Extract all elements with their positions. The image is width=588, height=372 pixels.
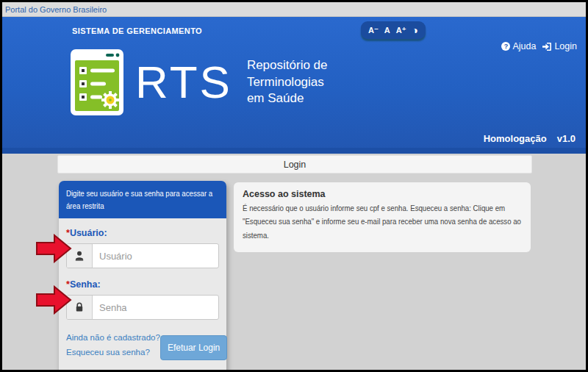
info-panel-body: É necessário que o usuário informe seu c… xyxy=(243,201,522,242)
brand-acronym: RTS xyxy=(135,49,232,115)
contrast-icon[interactable]: ◑ xyxy=(412,25,417,35)
password-input-group xyxy=(66,295,219,320)
portal-gov-link[interactable]: Portal do Governo Brasileiro xyxy=(5,5,107,14)
login-panel-instruction-text: Digite seu usuário e sua senha para aces… xyxy=(66,187,219,212)
password-input[interactable] xyxy=(93,296,218,319)
help-link[interactable]: ? Ajuda xyxy=(501,41,536,51)
tagline-line: Repositório de xyxy=(247,57,328,74)
tagline-line: em Saúde xyxy=(247,90,328,107)
help-icon: ? xyxy=(501,42,510,51)
username-field-block: *Usuário: xyxy=(66,228,219,268)
sign-in-icon xyxy=(542,42,552,51)
header: SISTEMA DE GERENCIAMENTO A⁻ A A⁺ ◑ ? Aju… xyxy=(2,17,586,148)
red-arrow-annotation xyxy=(36,234,72,263)
gov-top-bar: Portal do Governo Brasileiro xyxy=(2,2,586,17)
login-panel-instruction: Digite seu usuário e sua senha para aces… xyxy=(59,181,226,218)
info-panel-title: Acesso ao sistema xyxy=(243,189,522,199)
red-arrow-annotation xyxy=(36,285,72,315)
login-link[interactable]: Login xyxy=(542,41,577,51)
accessibility-toolbar: A⁻ A A⁺ ◑ xyxy=(361,21,426,39)
login-panel: Digite seu usuário e sua senha para aces… xyxy=(59,181,226,370)
login-link-label: Login xyxy=(554,41,577,51)
font-decrease-button[interactable]: A⁻ xyxy=(368,26,379,35)
version-label: v1.0 xyxy=(557,133,576,144)
gear-icon xyxy=(101,91,119,109)
login-links: Ainda não é cadastrado? Esqueceu sua sen… xyxy=(66,333,160,362)
username-input-group xyxy=(66,243,219,268)
brand: RTS Repositório de Terminologias em Saúd… xyxy=(71,49,328,115)
password-field-block: *Senha: xyxy=(66,279,219,320)
font-normal-button[interactable]: A xyxy=(384,26,390,35)
username-label: *Usuário: xyxy=(66,228,219,238)
tagline-line: Terminologias xyxy=(247,74,328,90)
login-panel-body: *Usuário: xyxy=(59,218,226,370)
submit-login-button[interactable]: Efetuar Login xyxy=(160,335,227,360)
system-title: SISTEMA DE GERENCIAMENTO xyxy=(72,26,202,35)
font-increase-button[interactable]: A⁺ xyxy=(396,26,406,35)
brand-tagline: Repositório de Terminologias em Saúde xyxy=(247,57,328,107)
password-label: *Senha: xyxy=(66,279,219,290)
environment-name: Homologação xyxy=(484,133,547,144)
forgot-password-link[interactable]: Esqueceu sua senha? xyxy=(66,348,160,357)
app-window: Portal do Governo Brasileiro SISTEMA DE … xyxy=(2,2,586,370)
login-panel-footer: Ainda não é cadastrado? Esqueceu sua sen… xyxy=(66,333,219,362)
environment-label: Homologação v1.0 xyxy=(484,133,576,144)
header-bottom-strip xyxy=(2,148,586,154)
register-link[interactable]: Ainda não é cadastrado? xyxy=(66,333,160,342)
header-links: ? Ajuda Login xyxy=(501,41,577,51)
rts-logo-icon xyxy=(71,49,123,115)
info-panel: Acesso ao sistema É necessário que o usu… xyxy=(234,182,531,252)
username-input[interactable] xyxy=(93,244,218,268)
page-title: Login xyxy=(57,155,532,174)
help-link-label: Ajuda xyxy=(512,41,536,51)
